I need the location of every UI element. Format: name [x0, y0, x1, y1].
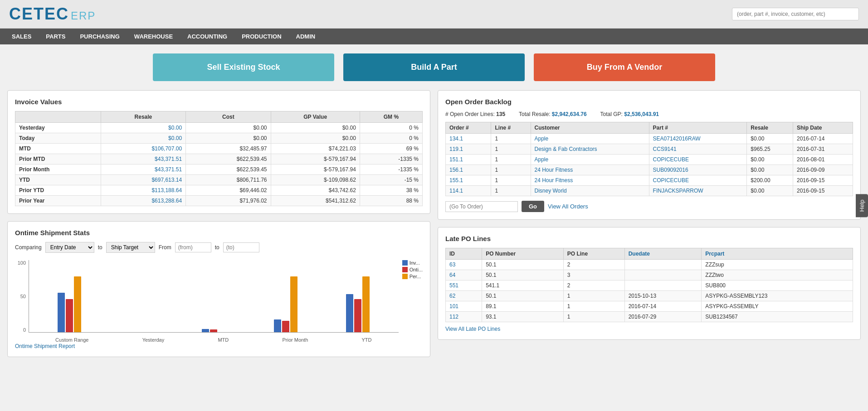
view-all-late-po-link[interactable]: View All Late PO Lines	[445, 326, 500, 332]
po-cell-duedate: 2016-07-14	[624, 301, 702, 312]
chart-x-label: YTD	[362, 337, 372, 343]
order-cell-line: 1	[491, 155, 531, 165]
nav-accounting[interactable]: ACCOUNTING	[180, 29, 234, 44]
order-cell-shipdate: 2016-09-09	[793, 165, 853, 175]
compare-select[interactable]: Entry Date Invoice Date Request Date	[45, 242, 94, 253]
goto-order-button[interactable]: Go	[522, 201, 544, 212]
inv-row-cost: $69,446.02	[186, 185, 271, 196]
inv-row-gm: 0 %	[360, 133, 422, 144]
inv-col-gm: GM %	[360, 111, 422, 123]
legend-per: Per...	[402, 274, 423, 279]
nav: SALES PARTS PURCHASING WAREHOUSE ACCOUNT…	[0, 29, 868, 44]
legend-onti-box	[402, 267, 408, 272]
inv-row-cost: $32,485.97	[186, 144, 271, 154]
invoice-values-title: Invoice Values	[15, 98, 423, 106]
inv-row-resale: $43,371.51	[101, 164, 185, 175]
chart-bar	[362, 276, 370, 332]
inv-row-gp: $43,742.62	[271, 185, 360, 196]
table-row: 112 93.1 1 2016-07-29 SUB1234567	[446, 312, 853, 322]
chart-area	[29, 260, 399, 333]
open-order-backlog-title: Open Order Backlog	[445, 98, 853, 106]
inv-row-resale: $43,371.51	[101, 154, 185, 164]
po-cell-duedate: 2016-07-29	[624, 312, 702, 322]
build-a-part-button[interactable]: Build A Part	[343, 53, 525, 81]
nav-warehouse[interactable]: WAREHOUSE	[127, 29, 180, 44]
help-tab[interactable]: Help	[856, 194, 868, 217]
inv-row-gp: $-579,167.94	[271, 154, 360, 164]
po-cell-prcpart: ZZZtwo	[702, 270, 853, 280]
to2-label: to	[215, 244, 219, 251]
order-col-part: Part #	[649, 122, 747, 134]
order-cell-order: 119.1	[446, 144, 491, 155]
inv-row-gm: 69 %	[360, 144, 422, 154]
order-cell-line: 1	[491, 175, 531, 186]
order-cell-resale: $0.00	[747, 134, 793, 144]
chart-x-label: Prior Month	[282, 337, 308, 343]
y-axis-labels: 100 50 0	[15, 260, 28, 333]
chart-group	[58, 276, 81, 332]
order-cell-customer: 24 Hour Fitness	[531, 175, 649, 186]
late-po-lines-card: Late PO Lines ID PO Number PO Line Dueda…	[438, 227, 861, 340]
po-cell-number: 50.1	[482, 260, 564, 270]
legend-inv-box	[402, 260, 408, 266]
invoice-table-header: Resale Cost GP Value GM %	[15, 111, 423, 123]
order-cell-customer: Design & Fab Contractors	[531, 144, 649, 155]
nav-admin[interactable]: ADMIN	[289, 29, 323, 44]
nav-parts[interactable]: PARTS	[39, 29, 73, 44]
late-po-lines-title: Late PO Lines	[445, 235, 853, 242]
po-cell-prcpart: ZZZsup	[702, 260, 853, 270]
nav-production[interactable]: PRODUCTION	[234, 29, 288, 44]
buy-from-vendor-button[interactable]: Buy From A Vendor	[534, 53, 715, 81]
open-lines-value: 135	[496, 111, 505, 117]
po-cell-id: 63	[446, 260, 482, 270]
order-cell-resale: $0.00	[747, 165, 793, 175]
inv-row-gm: 38 %	[360, 185, 422, 196]
table-row: Prior Year $613,288.64 $71,976.02 $541,3…	[15, 196, 423, 206]
po-cell-prcpart: SUB1234567	[702, 312, 853, 322]
order-cell-customer: Apple	[531, 134, 649, 144]
from-input[interactable]	[175, 242, 211, 252]
main-content: Invoice Values Resale Cost GP Value GM %…	[0, 90, 868, 364]
chart-x-labels: Custom RangeYesterdayMTDPrior MonthYTD	[29, 337, 399, 343]
po-cell-line: 3	[563, 270, 624, 280]
order-cell-resale: $965.25	[747, 144, 793, 155]
target-select[interactable]: Ship Target Request Date Due Date	[106, 242, 155, 253]
chart-bar	[290, 276, 297, 332]
inv-col-cost: Cost	[186, 111, 271, 123]
inv-row-gm: -15 %	[360, 175, 422, 185]
chart-x-label: MTD	[218, 337, 229, 343]
to-input[interactable]	[223, 242, 259, 252]
go-row: Go View All Orders	[445, 201, 853, 212]
chart-bar	[58, 293, 65, 332]
comparing-label: Comparing	[15, 244, 42, 251]
po-col-duedate[interactable]: Duedate	[624, 248, 702, 260]
po-cell-line: 2	[563, 280, 624, 291]
inv-row-gp: $-109,098.62	[271, 175, 360, 185]
inv-row-cost: $0.00	[186, 123, 271, 133]
nav-sales[interactable]: SALES	[5, 29, 39, 44]
inv-row-resale: $0.00	[101, 133, 185, 144]
po-col-prcpart[interactable]: Prcpart	[702, 248, 853, 260]
po-cell-duedate	[624, 280, 702, 291]
view-all-orders-link[interactable]: View All Orders	[548, 203, 588, 210]
inv-row-resale: $697,613.14	[101, 175, 185, 185]
search-input[interactable]	[732, 8, 859, 20]
order-cell-shipdate: 2016-09-15	[793, 175, 853, 186]
inv-row-gp: $0.00	[271, 123, 360, 133]
po-table-body: 63 50.1 2 ZZZsup 64 50.1 3 ZZZtwo 551 54…	[446, 260, 853, 322]
invoice-table-body: Yesterday $0.00 $0.00 $0.00 0 % Today $0…	[15, 123, 423, 206]
chart-container: 100 50 0	[15, 260, 399, 333]
chart-bar	[282, 321, 289, 332]
sell-existing-stock-button[interactable]: Sell Existing Stock	[153, 53, 334, 81]
goto-order-input[interactable]	[445, 201, 518, 212]
inv-row-label: Prior Month	[15, 164, 101, 175]
table-row: 119.1 1 Design & Fab Contractors CCS9141…	[446, 144, 853, 155]
stats-controls: Comparing Entry Date Invoice Date Reques…	[15, 242, 423, 253]
ontime-report-link[interactable]: Ontime Shipment Report	[15, 343, 75, 349]
nav-purchasing[interactable]: PURCHASING	[73, 29, 127, 44]
table-row: 155.1 1 24 Hour Fitness COPICECUBE $200.…	[446, 175, 853, 186]
order-cell-resale: $200.00	[747, 175, 793, 186]
inv-row-cost: $0.00	[186, 133, 271, 144]
po-cell-duedate	[624, 270, 702, 280]
table-row: YTD $697,613.14 $806,711.76 $-109,098.62…	[15, 175, 423, 185]
